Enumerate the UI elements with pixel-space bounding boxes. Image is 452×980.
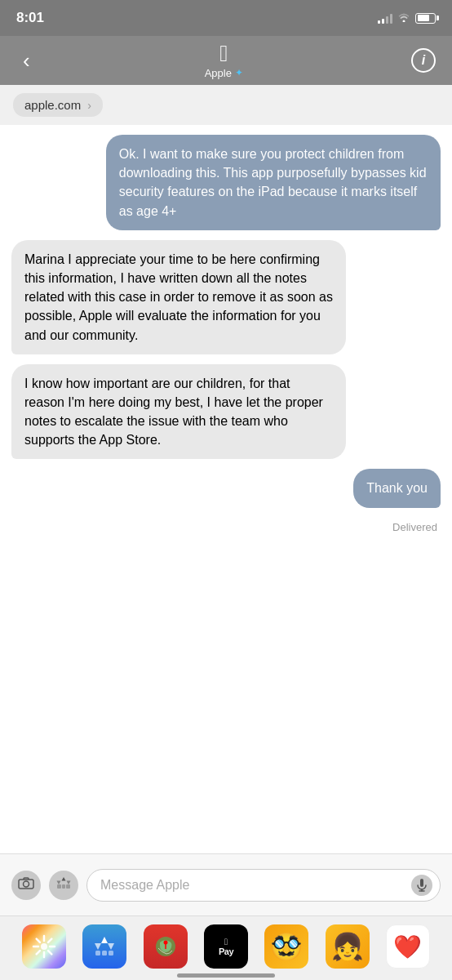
nav-center:  Apple ✦ <box>205 42 243 79</box>
svg-rect-2 <box>57 884 61 889</box>
link-bar: apple.com › <box>0 85 452 125</box>
status-time: 8:01 <box>16 10 44 26</box>
svg-point-8 <box>41 943 47 950</box>
message-row-1: Ok. I want to make sure you protect chil… <box>11 135 441 230</box>
message-row-4: Thank you <box>11 469 441 507</box>
appstore-button[interactable] <box>49 871 78 900</box>
message-input-wrap: Message Apple <box>86 869 441 902</box>
sent-bubble-2: Thank you <box>353 469 441 507</box>
svg-rect-19 <box>109 951 113 956</box>
camera-button[interactable] <box>11 871 41 900</box>
back-button[interactable]: ‹ <box>16 45 37 77</box>
wifi-icon <box>397 12 410 24</box>
message-input[interactable]: Message Apple <box>86 869 441 902</box>
chevron-right-icon: › <box>87 99 91 112</box>
contact-name: Apple <box>205 67 232 79</box>
svg-rect-18 <box>102 951 107 956</box>
svg-rect-17 <box>95 951 100 956</box>
dock-icons:  Pay 🥸 👧 ❤️ <box>0 916 452 973</box>
audio-button[interactable] <box>411 875 432 896</box>
dock-area:  Pay 🥸 👧 ❤️ <box>0 915 452 980</box>
dock-icon-maps[interactable] <box>144 924 188 969</box>
status-bar: 8:01 <box>0 0 452 36</box>
svg-line-16 <box>37 951 40 954</box>
svg-line-14 <box>48 951 51 954</box>
signal-icon <box>378 12 392 24</box>
delivered-status: Delivered <box>11 521 441 533</box>
link-url: apple.com <box>24 98 81 112</box>
received-bubble-2: I know how important are our children, f… <box>11 364 346 460</box>
apple-logo-icon:  <box>219 42 228 65</box>
received-bubble-1: Marina I appreciate your time to be here… <box>11 240 346 354</box>
input-placeholder: Message Apple <box>100 878 189 893</box>
info-button[interactable]: i <box>411 48 436 73</box>
camera-icon <box>18 876 34 893</box>
apps-icon <box>56 875 71 894</box>
heart-icon: ❤️ <box>393 933 422 960</box>
svg-rect-5 <box>420 879 423 887</box>
dock-icon-photos[interactable] <box>22 924 66 969</box>
sent-bubble-1: Ok. I want to make sure you protect chil… <box>106 135 441 230</box>
contact-name-row: Apple ✦ <box>205 67 243 79</box>
dock-icon-memoji2[interactable]: 👧 <box>326 924 370 969</box>
message-row-2: Marina I appreciate your time to be here… <box>11 240 441 354</box>
svg-rect-4 <box>66 884 70 889</box>
svg-rect-3 <box>62 884 65 889</box>
messages-area: Ok. I want to make sure you protect chil… <box>0 125 452 853</box>
input-bar: Message Apple <box>0 853 452 915</box>
svg-point-1 <box>24 881 29 887</box>
message-row-3: I know how important are our children, f… <box>11 364 441 460</box>
battery-icon <box>415 13 436 24</box>
dock-icon-pay[interactable]:  Pay <box>204 924 248 969</box>
verified-badge-icon: ✦ <box>235 67 243 78</box>
status-icons <box>378 12 436 24</box>
dock-icon-memoji1[interactable]: 🥸 <box>264 924 308 969</box>
apple-com-link[interactable]: apple.com › <box>13 93 103 117</box>
dock-icon-health[interactable]: ❤️ <box>386 924 430 969</box>
nav-bar: ‹  Apple ✦ i <box>0 36 452 85</box>
home-indicator <box>177 973 275 978</box>
svg-line-15 <box>48 939 51 942</box>
svg-line-13 <box>37 939 40 942</box>
dock-icon-appstore[interactable] <box>82 924 126 969</box>
